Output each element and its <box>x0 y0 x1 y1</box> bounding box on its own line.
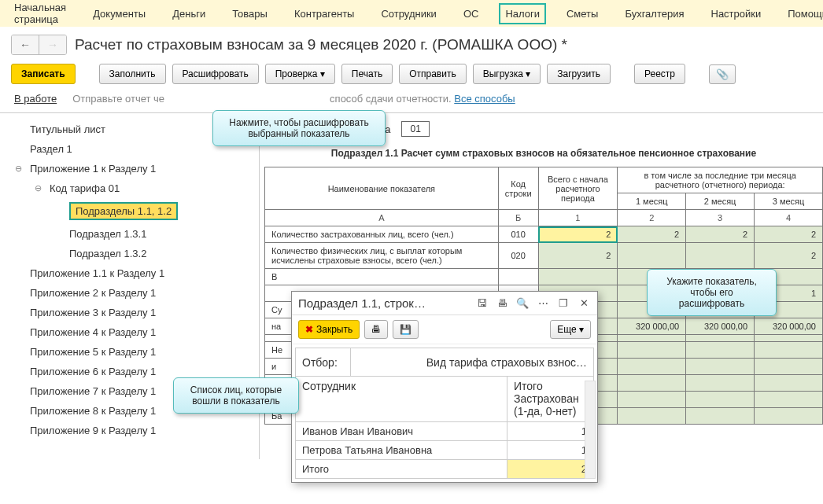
menu-item[interactable]: Сотрудники <box>375 3 442 24</box>
tree-item[interactable]: Приложение 1.1 к Разделу 1 <box>0 263 259 283</box>
window-icon[interactable]: ❐ <box>556 297 570 309</box>
close-icon[interactable]: ✕ <box>577 297 591 309</box>
all-methods-link[interactable]: Все способы <box>454 93 515 105</box>
menu-item[interactable]: Начальная страница <box>8 0 72 30</box>
cell-m3[interactable]: 2 <box>755 243 823 269</box>
menu-item[interactable]: Настройки <box>705 3 768 24</box>
cell-m3[interactable]: 320 000,00 <box>755 318 823 335</box>
tree-item-label: Приложение 9 к Разделу 1 <box>30 425 156 436</box>
col-employee: Сотрудник <box>296 377 507 422</box>
registry-button[interactable]: Реестр <box>634 64 685 84</box>
popup-emp-value: 1 <box>507 441 594 460</box>
popup-row[interactable]: Иванов Иван Иванович1 <box>296 422 594 441</box>
write-button[interactable]: Записать <box>11 64 76 84</box>
popup-more-button[interactable]: Еще ▾ <box>550 320 591 339</box>
nav-forward-button[interactable]: → <box>39 35 66 54</box>
table-row: Количество физических лиц, с выплат кото… <box>265 243 823 269</box>
popup-scrollbar[interactable] <box>585 381 596 459</box>
cell-m2[interactable] <box>686 392 755 408</box>
sub-3: 3 <box>686 210 755 226</box>
attach-button[interactable]: 📎 <box>709 64 736 84</box>
popup-print-button[interactable]: 🖶 <box>364 320 388 339</box>
cell-m1[interactable] <box>618 375 686 392</box>
col-code: Код строки <box>498 167 538 210</box>
check-button[interactable]: Проверка ▾ <box>265 64 335 84</box>
menu-item[interactable]: Товары <box>226 3 274 24</box>
popup-emp-name: Иванов Иван Иванович <box>296 422 507 441</box>
row-name: Количество застрахованных лиц, всего (че… <box>265 226 499 243</box>
tree-item[interactable]: Подраздел 1.3.1 <box>0 224 259 244</box>
cell-m1[interactable] <box>618 342 686 359</box>
cell-m3[interactable] <box>755 392 823 408</box>
send-button[interactable]: Отправить <box>399 64 467 84</box>
cell-m1[interactable]: 320 000,00 <box>618 318 686 335</box>
cell-m3[interactable] <box>755 335 823 342</box>
save-icon[interactable]: 🖫 <box>474 297 489 309</box>
print-button[interactable]: Печать <box>341 64 393 84</box>
menu-item[interactable]: ОС <box>457 3 485 24</box>
cell-m1[interactable] <box>618 392 686 408</box>
dropdown-icon: ▾ <box>320 68 325 79</box>
tree-item[interactable]: Приложение 3 к Разделу 1 <box>0 303 259 322</box>
cell-total[interactable]: 2 <box>538 243 618 269</box>
cell-m1[interactable] <box>618 335 686 342</box>
tree-toggle-icon[interactable]: ⊖ <box>13 164 24 175</box>
popup-close-button[interactable]: ✖Закрыть <box>298 320 360 339</box>
sub-2: 2 <box>618 210 686 226</box>
more-icon[interactable]: ⋯ <box>536 297 550 309</box>
tree-item[interactable]: Приложение 4 к Разделу 1 <box>0 322 259 342</box>
popup-save-button[interactable]: 💾 <box>393 320 419 339</box>
load-button[interactable]: Загрузить <box>547 64 611 84</box>
cell-m2[interactable] <box>686 408 755 425</box>
cell-m2[interactable] <box>686 342 755 359</box>
tree-item[interactable]: ⊖Код тарифа 01 <box>0 178 259 198</box>
menu-item[interactable]: Сметы <box>560 3 604 24</box>
cell-m2[interactable] <box>686 243 755 269</box>
cell-m3[interactable] <box>755 342 823 359</box>
cell-total[interactable] <box>538 269 618 285</box>
col-m3: 3 месяц <box>755 193 823 210</box>
callout-decode-hint: Нажмите, чтобы расшифровать выбранный по… <box>212 110 386 146</box>
menu-item[interactable]: Документы <box>87 3 152 24</box>
tree-item[interactable]: Подраздел 1.3.2 <box>0 244 259 263</box>
tree-item[interactable]: ⊖Приложение 1 к Разделу 1 <box>0 159 259 178</box>
decode-button[interactable]: Расшифровать <box>172 64 259 84</box>
fill-button[interactable]: Заполнить <box>99 64 166 84</box>
cell-m3[interactable] <box>755 359 823 375</box>
tree-item[interactable]: Приложение 2 к Разделу 1 <box>0 283 259 303</box>
status-link[interactable]: В работе <box>14 93 57 105</box>
menu-item[interactable]: Помощь <box>781 3 823 24</box>
print-icon[interactable]: 🖶 <box>495 297 509 309</box>
cell-total[interactable]: 2 <box>538 226 618 243</box>
tree-item-label: Приложение 8 к Разделу 1 <box>30 405 156 417</box>
tree-item[interactable]: Подразделы 1.1, 1.2 <box>0 198 259 224</box>
cell-m1[interactable] <box>618 408 686 425</box>
cell-m1[interactable]: 2 <box>618 226 686 243</box>
menu-item[interactable]: Бухгалтерия <box>618 3 690 24</box>
nav-back-button[interactable]: ← <box>12 35 39 54</box>
menu-item[interactable]: Налоги <box>499 3 546 24</box>
menu-item[interactable]: Деньги <box>166 3 212 24</box>
cell-m1[interactable] <box>618 359 686 375</box>
tree-item[interactable]: Приложение 9 к Разделу 1 <box>0 421 259 440</box>
cell-m2[interactable]: 2 <box>686 226 755 243</box>
menu-item[interactable]: Контрагенты <box>288 3 361 24</box>
cell-m2[interactable] <box>686 375 755 392</box>
tree-toggle-icon[interactable]: ⊖ <box>32 183 43 194</box>
cell-m3[interactable]: 2 <box>755 226 823 243</box>
popup-row[interactable]: Петрова Татьяна Ивановна1 <box>296 441 594 460</box>
row-name: Количество физических лиц, с выплат кото… <box>265 243 499 269</box>
cell-m2[interactable]: 320 000,00 <box>686 318 755 335</box>
status-hint-tail: способ сдачи отчетности. Все способы <box>330 93 515 105</box>
cell-m2[interactable] <box>686 359 755 375</box>
main-toolbar: Записать Заполнить Расшифровать Проверка… <box>0 59 823 89</box>
preview-icon[interactable]: 🔍 <box>515 297 530 309</box>
cell-m3[interactable] <box>755 408 823 425</box>
tree-item[interactable]: Приложение 5 к Разделу 1 <box>0 342 259 362</box>
export-button[interactable]: Выгрузка ▾ <box>473 64 541 84</box>
cell-m3[interactable] <box>755 375 823 392</box>
tree-item-label: Раздел 1 <box>30 143 72 155</box>
sub-1: 1 <box>538 210 618 226</box>
cell-m2[interactable] <box>686 335 755 342</box>
cell-m1[interactable] <box>618 243 686 269</box>
